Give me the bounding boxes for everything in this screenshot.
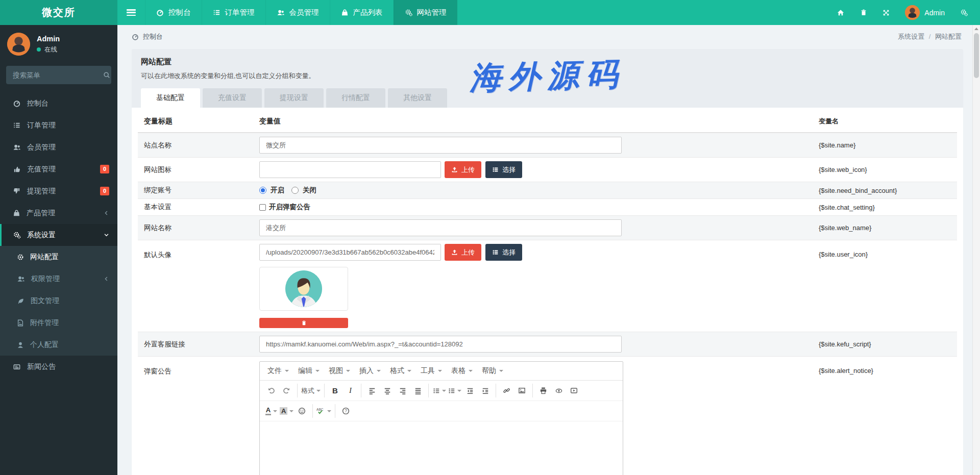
undo-button[interactable]: [264, 384, 278, 397]
navbar-user-menu[interactable]: Admin: [905, 5, 945, 20]
nav-item-products[interactable]: 产品列表: [330, 0, 394, 25]
sidebar-item-withdraw[interactable]: 提现管理 0: [0, 180, 117, 202]
preview-button[interactable]: [552, 384, 566, 397]
bind-account-off-radio[interactable]: [291, 187, 299, 194]
align-left-button[interactable]: [365, 384, 379, 397]
sidebar-item-dashboard[interactable]: 控制台: [0, 92, 117, 114]
editor-menu-insert[interactable]: 插入: [355, 363, 385, 379]
search-icon[interactable]: [103, 71, 110, 79]
nav-item-members[interactable]: 会员管理: [265, 0, 330, 25]
numbered-list-icon: [448, 387, 455, 394]
tab-recharge-config[interactable]: 充值设置: [203, 88, 262, 108]
vertical-scrollbar[interactable]: [972, 25, 980, 475]
config-tabs: 基础配置 充值设置 提现设置 行情配置 其他设置: [141, 88, 954, 108]
nav-item-site-admin[interactable]: 网站管理: [394, 0, 457, 25]
editor-menu-format[interactable]: 格式: [385, 363, 416, 379]
sidebar-item-site-config[interactable]: 网站配置: [0, 246, 117, 268]
sidebar-item-articles[interactable]: 图文管理: [0, 290, 117, 312]
sidebar-toggle-button[interactable]: [117, 0, 145, 25]
settings-button[interactable]: [960, 9, 968, 16]
insert-media-button[interactable]: [567, 384, 581, 397]
bind-account-on-radio[interactable]: [259, 187, 266, 194]
font-color-button[interactable]: A: [264, 404, 278, 418]
outdent-button[interactable]: [463, 384, 477, 397]
list-icon: [213, 9, 220, 16]
outdent-icon: [467, 387, 474, 394]
kefu-link-input[interactable]: [259, 336, 622, 353]
emoticons-button[interactable]: [295, 404, 309, 418]
scroll-up-arrow[interactable]: [973, 25, 980, 33]
delete-avatar-button[interactable]: [259, 318, 348, 328]
editor-content-area[interactable]: [260, 421, 623, 475]
list-icon: [13, 121, 21, 129]
web-name-input[interactable]: [259, 219, 622, 236]
sidebar-item-profile[interactable]: 个人配置: [0, 334, 117, 356]
sidebar-item-permissions[interactable]: 权限管理: [0, 268, 117, 290]
fullscreen-button[interactable]: [883, 9, 890, 16]
svg-text:ABC: ABC: [316, 408, 324, 411]
caret-down-icon: [289, 410, 293, 412]
select-button[interactable]: 选择: [485, 244, 522, 261]
web-icon-input[interactable]: [259, 161, 441, 178]
editor-menu-tools[interactable]: 工具: [416, 363, 447, 379]
navbar-username: Admin: [924, 9, 945, 17]
scrollbar-thumb[interactable]: [974, 33, 979, 78]
bold-button[interactable]: B: [328, 384, 342, 397]
spellcheck-button[interactable]: ABC: [316, 404, 331, 418]
numbered-list-button[interactable]: [448, 384, 461, 397]
breadcrumb-parent[interactable]: 系统设置: [898, 33, 924, 40]
editor-menu-edit[interactable]: 编辑: [293, 363, 324, 379]
row-label: 弹窗公告: [138, 360, 259, 376]
home-button[interactable]: [837, 9, 845, 16]
align-center-button[interactable]: [380, 384, 394, 397]
background-color-button[interactable]: A: [280, 404, 293, 418]
row-label: 网站图标: [138, 165, 259, 174]
tab-market-config[interactable]: 行情配置: [326, 88, 385, 108]
indent-button[interactable]: [478, 384, 492, 397]
sidebar-item-system-settings[interactable]: 系统设置: [0, 224, 117, 246]
insert-link-button[interactable]: [500, 384, 513, 397]
format-select[interactable]: 格式: [301, 384, 321, 397]
tab-basic-config[interactable]: 基础配置: [141, 88, 200, 108]
upload-button[interactable]: 上传: [445, 161, 481, 178]
main-content: 海外源码 控制台 系统设置 / 网站配置 网站配置 可以在此增改系统的变量和分组…: [117, 25, 980, 475]
popup-notice-checkbox[interactable]: [259, 204, 266, 211]
editor-menu-table[interactable]: 表格: [447, 363, 477, 379]
insert-image-button[interactable]: [515, 384, 529, 397]
editor-menu-help[interactable]: 帮助: [477, 363, 508, 379]
search-input[interactable]: [13, 71, 103, 79]
nav-item-orders[interactable]: 订单管理: [202, 0, 265, 25]
clear-cache-button[interactable]: [860, 9, 867, 16]
sidebar-item-news[interactable]: 新闻公告: [0, 356, 117, 378]
print-button[interactable]: [536, 384, 550, 397]
tab-withdraw-config[interactable]: 提现设置: [264, 88, 324, 108]
home-icon: [837, 9, 845, 16]
header-var-value: 变量值: [259, 117, 819, 126]
help-button[interactable]: ?: [339, 404, 353, 418]
redo-button[interactable]: [280, 384, 293, 397]
dashboard-icon: [13, 99, 21, 107]
align-justify-button[interactable]: [411, 384, 425, 397]
card-description: 可以在此增改系统的变量和分组,也可以自定义分组和变量。: [141, 71, 954, 81]
sidebar-item-members[interactable]: 会员管理: [0, 136, 117, 158]
editor-menu-view[interactable]: 视图: [324, 363, 355, 379]
nav-item-dashboard[interactable]: 控制台: [145, 0, 202, 25]
sidebar-item-products[interactable]: 产品管理: [0, 202, 117, 224]
editor-menu-file[interactable]: 文件: [263, 363, 293, 379]
bullet-list-button[interactable]: [432, 384, 446, 397]
select-button[interactable]: 选择: [485, 161, 522, 178]
default-avatar-input[interactable]: [259, 244, 441, 261]
upload-button[interactable]: 上传: [445, 244, 481, 261]
site-name-input[interactable]: [259, 137, 622, 154]
eye-icon: [555, 387, 563, 394]
align-right-button[interactable]: [396, 384, 409, 397]
sidebar-item-recharge[interactable]: 充值管理 0: [0, 158, 117, 180]
align-right-icon: [399, 387, 406, 394]
table-row: 外置客服链接 {$site.kefu_script}: [138, 332, 957, 356]
var-name: {$site.web_icon}: [819, 166, 957, 173]
tab-other-config[interactable]: 其他设置: [388, 88, 447, 108]
breadcrumb-home[interactable]: 控制台: [143, 32, 163, 41]
sidebar-item-orders[interactable]: 订单管理: [0, 114, 117, 136]
italic-button[interactable]: I: [344, 384, 357, 397]
sidebar-item-attachments[interactable]: 附件管理: [0, 312, 117, 334]
